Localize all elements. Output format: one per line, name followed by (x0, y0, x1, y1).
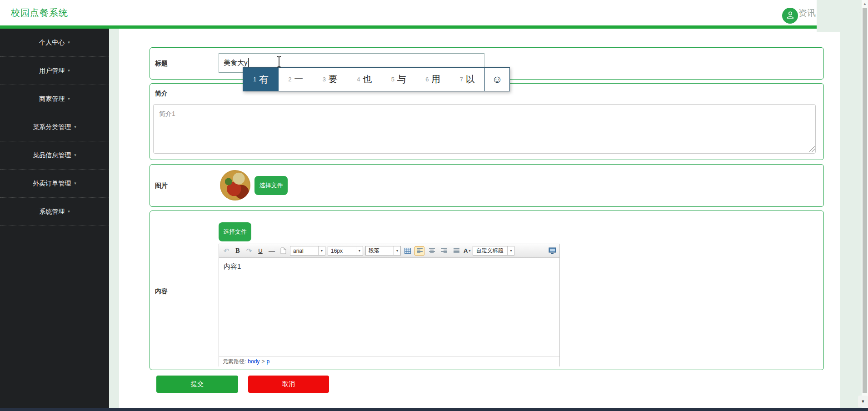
window-bottom-edge (0, 408, 868, 411)
ime-candidate-char: 以 (466, 73, 475, 85)
intro-label: 简介 (155, 90, 168, 98)
ime-candidate-number: 7 (460, 76, 463, 83)
ime-candidate-window: 1 有 2 一 3 要 4 也 5 与 6 用 7 以 ☺ (243, 67, 510, 91)
ime-candidate[interactable]: 3 要 (313, 68, 348, 91)
chevron-down-icon: ▾ (356, 246, 363, 255)
textarea-resize-handle[interactable] (809, 146, 815, 152)
scrollbar-down-button[interactable]: ▼ (858, 396, 868, 407)
editor-content-area[interactable]: 内容1 (219, 258, 559, 356)
ime-candidate[interactable]: 4 也 (347, 68, 382, 91)
cancel-button[interactable]: 取消 (248, 376, 329, 393)
sidebar-item-system-management[interactable]: 系统管理 ▾ (0, 198, 109, 226)
horizontal-rule-icon[interactable]: — (267, 246, 276, 256)
scrollbar-thumb[interactable] (863, 8, 867, 393)
font-size-select[interactable]: 16px ▾ (328, 246, 363, 256)
ime-candidate[interactable]: 7 以 (450, 68, 485, 91)
insert-table-icon[interactable] (403, 246, 412, 256)
sidebar: 个人中心 ▾ 用户管理 ▾ 商家管理 ▾ 菜系分类管理 ▾ 菜品信息管理 ▾ 外… (0, 29, 109, 408)
sidebar-item-label: 用户管理 (39, 67, 65, 75)
custom-heading-select[interactable]: 自定义标题 ▾ (473, 246, 514, 256)
sidebar-item-personal-center[interactable]: 个人中心 ▾ (0, 29, 109, 57)
sidebar-item-merchant-management[interactable]: 商家管理 ▾ (0, 85, 109, 113)
ime-candidate-number: 4 (357, 76, 360, 83)
sidebar-item-cuisine-category-management[interactable]: 菜系分类管理 ▾ (0, 113, 109, 141)
smiley-icon: ☺ (492, 73, 502, 85)
vertical-scrollbar[interactable]: ▲ (862, 0, 868, 408)
chevron-down-icon: ▾ (74, 153, 76, 157)
sidebar-item-label: 系统管理 (39, 208, 65, 216)
user-avatar[interactable] (782, 8, 798, 24)
ime-emoji-button[interactable]: ☺ (484, 68, 509, 91)
bold-icon[interactable]: B (233, 246, 242, 256)
editor-status-bar: 元素路径: body > p (219, 356, 559, 366)
text-caret (248, 58, 249, 68)
title-label: 标题 (155, 60, 168, 68)
ime-candidate-char: 有 (259, 73, 269, 86)
chevron-down-icon: ▾ (68, 96, 70, 101)
font-family-value: arial (293, 248, 304, 254)
chevron-down-icon: ▾ (74, 125, 76, 129)
justify-button[interactable] (451, 246, 461, 256)
image-label: 图片 (155, 182, 168, 190)
sidebar-item-label: 商家管理 (39, 95, 65, 103)
chevron-down-icon: ▾ (318, 246, 325, 255)
underline-icon[interactable]: U (256, 246, 265, 256)
ime-candidate[interactable]: 5 与 (382, 68, 416, 91)
editor-content-text: 内容1 (224, 262, 241, 271)
page: 资讯 校园点餐系统 个人中心 ▾ 用户管理 ▾ 商家管理 ▾ 菜系分类管理 ▾ (0, 0, 868, 411)
title-input-value: 美食大y (224, 59, 248, 67)
ime-candidate-number: 6 (425, 76, 429, 83)
sidebar-item-user-management[interactable]: 用户管理 ▾ (0, 57, 109, 85)
header-accent-bar (0, 25, 817, 29)
submit-button[interactable]: 提交 (156, 376, 238, 393)
undo-icon[interactable]: ↶ (222, 246, 231, 256)
ime-candidate-char: 也 (363, 73, 372, 85)
sidebar-item-label: 个人中心 (39, 39, 65, 47)
paragraph-format-select[interactable]: 段落 ▾ (365, 246, 401, 256)
custom-heading-value: 自定义标题 (476, 247, 503, 255)
scrollbar-down-icon: ▼ (861, 399, 865, 404)
ime-candidate-number: 1 (253, 76, 256, 83)
fullscreen-monitor-icon[interactable] (548, 246, 557, 256)
app-title: 校园点餐系统 (11, 7, 68, 19)
mouse-ibeam-cursor (276, 55, 282, 70)
ime-candidate[interactable]: 6 用 (416, 68, 450, 91)
intro-textarea[interactable]: 简介1 (153, 104, 816, 154)
element-path-p-link[interactable]: p (266, 358, 269, 365)
redo-icon[interactable]: ↷ (244, 246, 254, 256)
ime-candidate[interactable]: 2 一 (279, 68, 313, 91)
element-path-body-link[interactable]: body (248, 358, 259, 365)
font-size-value: 16px (331, 248, 343, 254)
content-label: 内容 (155, 287, 168, 296)
editor-toolbar: ↶ B ↷ U — arial ▾ 16px ▾ 段落 ▾ (219, 244, 559, 258)
align-center-button[interactable] (427, 246, 437, 256)
chevron-down-icon: ▾ (74, 181, 76, 185)
paragraph-format-value: 段落 (369, 247, 379, 255)
ime-candidate-number: 3 (323, 76, 326, 83)
image-choose-file-button[interactable]: 选择文件 (254, 176, 288, 195)
ime-candidate-number: 2 (288, 76, 291, 83)
font-family-select[interactable]: arial ▾ (290, 246, 325, 256)
chevron-down-icon: ▾ (68, 40, 70, 45)
ime-candidate-char: 用 (431, 73, 440, 85)
align-right-button[interactable] (439, 246, 449, 256)
chevron-down-icon: ▾ (68, 68, 70, 73)
font-color-button[interactable]: A ▾ (464, 247, 470, 254)
scrollbar-up-icon[interactable]: ▲ (862, 2, 868, 6)
sidebar-item-label: 外卖订单管理 (33, 180, 71, 188)
chevron-down-icon: ▾ (469, 249, 470, 253)
chevron-down-icon: ▾ (507, 246, 514, 255)
align-left-button[interactable] (414, 246, 424, 256)
ime-candidate-char: 要 (329, 73, 338, 85)
person-icon (786, 10, 795, 21)
sidebar-item-dish-info-management[interactable]: 菜品信息管理 ▾ (0, 141, 109, 170)
ime-candidate-number: 5 (391, 76, 394, 83)
sidebar-item-takeout-order-management[interactable]: 外卖订单管理 ▾ (0, 170, 109, 198)
ime-candidate-selected[interactable]: 1 有 (243, 68, 279, 91)
sidebar-item-label: 菜品信息管理 (33, 151, 71, 160)
element-path-separator: > (261, 358, 264, 365)
clipped-nav-text: 资讯 (798, 7, 816, 19)
ime-candidate-char: 一 (294, 73, 303, 85)
new-page-icon[interactable] (279, 246, 288, 256)
content-choose-file-button[interactable]: 选择文件 (219, 222, 251, 241)
